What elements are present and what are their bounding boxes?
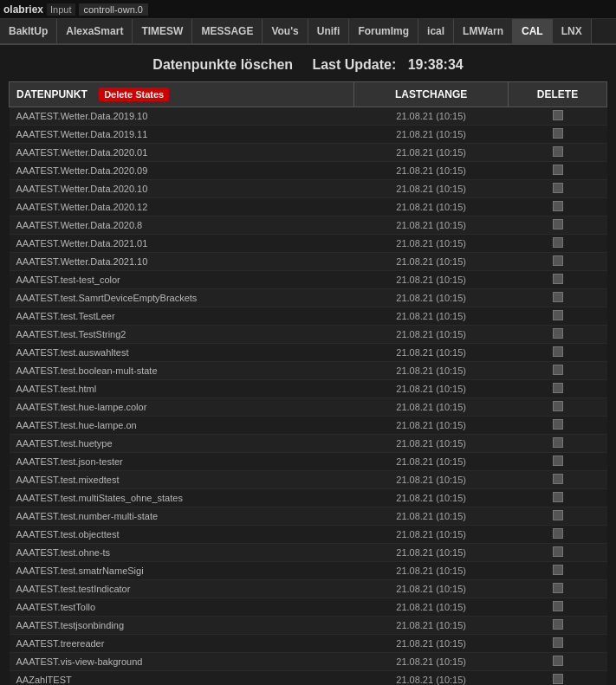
last-update-time: 19:38:34 bbox=[408, 57, 464, 72]
lastchange-cell: 21.08.21 (10:15) bbox=[354, 471, 509, 489]
table-row: AAATEST.test.SamrtDeviceEmptyBrackets21.… bbox=[10, 289, 607, 307]
top-bar: olabriex Input controll-own.0 bbox=[0, 0, 616, 19]
delete-cell bbox=[509, 253, 607, 271]
table-row: AAATEST.test.objecttest21.08.21 (10:15) bbox=[10, 526, 607, 544]
delete-states-button[interactable]: Delete States bbox=[99, 87, 169, 101]
tab-timesw[interactable]: TIMESW bbox=[133, 19, 192, 43]
lastchange-cell: 21.08.21 (10:15) bbox=[354, 253, 509, 271]
lastchange-cell: 21.08.21 (10:15) bbox=[354, 544, 509, 562]
lastchange-cell: 21.08.21 (10:15) bbox=[354, 344, 509, 362]
datenpunkte-table: DATENPUNKT Delete States LASTCHANGE DELE… bbox=[9, 81, 607, 685]
delete-checkbox[interactable] bbox=[553, 183, 563, 193]
delete-checkbox[interactable] bbox=[553, 437, 563, 448]
delete-cell bbox=[509, 580, 607, 598]
delete-checkbox[interactable] bbox=[553, 128, 563, 139]
delete-checkbox[interactable] bbox=[553, 255, 563, 266]
col-header-datenpunkt: DATENPUNKT Delete States bbox=[10, 82, 354, 107]
tab-lnx[interactable]: LNX bbox=[553, 19, 592, 43]
datenpunkt-name-cell: AAATEST.test.auswahltest bbox=[10, 344, 354, 362]
table-row: AAATEST.test.multiStates_ohne_states21.0… bbox=[10, 489, 607, 507]
delete-checkbox[interactable] bbox=[553, 474, 563, 484]
tab-message[interactable]: MESSAGE bbox=[192, 19, 263, 43]
lastchange-cell: 21.08.21 (10:15) bbox=[354, 489, 509, 507]
tab-bakitup[interactable]: BakItUp bbox=[0, 19, 57, 43]
delete-checkbox[interactable] bbox=[553, 637, 563, 648]
lastchange-cell: 21.08.21 (10:15) bbox=[354, 162, 509, 180]
datenpunkt-name-cell: AAATEST.Wetter.Data.2021.01 bbox=[10, 235, 354, 253]
lastchange-cell: 21.08.21 (10:15) bbox=[354, 326, 509, 344]
lastchange-cell: 21.08.21 (10:15) bbox=[354, 398, 509, 417]
table-header-row: DATENPUNKT Delete States LASTCHANGE DELE… bbox=[10, 82, 607, 107]
tab-cal[interactable]: CAL bbox=[513, 19, 553, 43]
delete-checkbox[interactable] bbox=[553, 383, 563, 393]
delete-checkbox[interactable] bbox=[553, 365, 563, 375]
delete-checkbox[interactable] bbox=[553, 619, 563, 630]
delete-cell bbox=[509, 471, 607, 489]
delete-checkbox[interactable] bbox=[553, 165, 563, 175]
delete-checkbox[interactable] bbox=[553, 456, 563, 466]
lastchange-cell: 21.08.21 (10:15) bbox=[354, 635, 509, 653]
delete-checkbox[interactable] bbox=[553, 274, 563, 284]
table-row: AAATEST.test.html21.08.21 (10:15) bbox=[10, 380, 607, 398]
datenpunkt-name-cell: AAATEST.testjsonbinding bbox=[10, 617, 354, 635]
last-update-label: Last Update: bbox=[312, 57, 396, 72]
delete-checkbox[interactable] bbox=[553, 401, 563, 411]
datenpunkt-name-cell: AAATEST.test.smatrNameSigi bbox=[10, 562, 354, 580]
delete-cell bbox=[509, 126, 607, 144]
top-bar-input-label: Input bbox=[47, 3, 75, 16]
lastchange-cell: 21.08.21 (10:15) bbox=[354, 580, 509, 598]
lastchange-cell: 21.08.21 (10:15) bbox=[354, 144, 509, 162]
delete-checkbox[interactable] bbox=[553, 146, 563, 157]
datenpunkt-name-cell: AAATEST.test.ohne-ts bbox=[10, 544, 354, 562]
tab-lmwarn[interactable]: LMWarn bbox=[454, 19, 513, 43]
delete-cell bbox=[509, 489, 607, 507]
tab-alexasmart[interactable]: AlexaSmart bbox=[57, 19, 133, 43]
datenpunkt-name-cell: AAATEST.test.json-tester bbox=[10, 453, 354, 471]
tab-ical[interactable]: ical bbox=[418, 19, 454, 43]
tab-unifi[interactable]: Unifi bbox=[308, 19, 350, 43]
datenpunkt-name-cell: AAATEST.Wetter.Data.2019.11 bbox=[10, 126, 354, 144]
delete-cell bbox=[509, 526, 607, 544]
delete-checkbox[interactable] bbox=[553, 546, 563, 557]
delete-checkbox[interactable] bbox=[553, 346, 563, 357]
delete-checkbox[interactable] bbox=[553, 292, 563, 302]
delete-cell bbox=[509, 180, 607, 198]
delete-checkbox[interactable] bbox=[553, 110, 563, 120]
datenpunkt-name-cell: AAATEST.test.mixedtest bbox=[10, 471, 354, 489]
delete-checkbox[interactable] bbox=[553, 656, 563, 666]
delete-checkbox[interactable] bbox=[553, 237, 563, 248]
tab-forumimg[interactable]: ForumImg bbox=[349, 19, 418, 43]
table-row: AAATEST.Wetter.Data.2020.821.08.21 (10:1… bbox=[10, 216, 607, 235]
delete-checkbox[interactable] bbox=[553, 528, 563, 539]
delete-checkbox[interactable] bbox=[553, 674, 563, 684]
table-row: AAATEST.test.boolean-mult-state21.08.21 … bbox=[10, 362, 607, 380]
delete-checkbox[interactable] bbox=[553, 510, 563, 520]
lastchange-cell: 21.08.21 (10:15) bbox=[354, 435, 509, 453]
delete-checkbox[interactable] bbox=[553, 601, 563, 611]
col-header-lastchange: LASTCHANGE bbox=[354, 82, 509, 107]
delete-cell bbox=[509, 598, 607, 617]
table-row: AAATEST.Wetter.Data.2020.0921.08.21 (10:… bbox=[10, 162, 607, 180]
delete-checkbox[interactable] bbox=[553, 419, 563, 430]
delete-checkbox[interactable] bbox=[553, 310, 563, 320]
table-row: AAATEST.Wetter.Data.2019.1021.08.21 (10:… bbox=[10, 107, 607, 126]
delete-checkbox[interactable] bbox=[553, 328, 563, 339]
delete-cell bbox=[509, 271, 607, 289]
delete-cell bbox=[509, 544, 607, 562]
tab-vous[interactable]: Vou's bbox=[263, 19, 308, 43]
datenpunkt-name-cell: AAATEST.Wetter.Data.2019.10 bbox=[10, 107, 354, 126]
delete-checkbox[interactable] bbox=[553, 583, 563, 593]
delete-cell bbox=[509, 344, 607, 362]
delete-checkbox[interactable] bbox=[553, 201, 563, 211]
lastchange-cell: 21.08.21 (10:15) bbox=[354, 235, 509, 253]
delete-cell bbox=[509, 635, 607, 653]
table-row: AAATEST.test.hue-lampe.on21.08.21 (10:15… bbox=[10, 417, 607, 435]
delete-checkbox[interactable] bbox=[553, 492, 563, 502]
delete-checkbox[interactable] bbox=[553, 219, 563, 229]
datenpunkt-name-cell: AAATEST.Wetter.Data.2020.12 bbox=[10, 198, 354, 216]
datenpunkt-name-cell: AAATEST.test.html bbox=[10, 380, 354, 398]
delete-cell bbox=[509, 107, 607, 126]
delete-checkbox[interactable] bbox=[553, 565, 563, 575]
delete-cell bbox=[509, 671, 607, 686]
lastchange-cell: 21.08.21 (10:15) bbox=[354, 307, 509, 326]
